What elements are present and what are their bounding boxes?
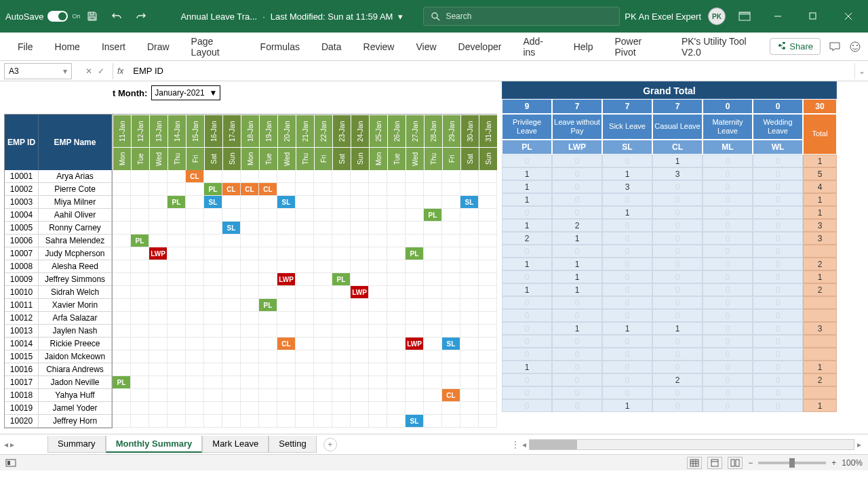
calendar-cell[interactable] — [222, 247, 241, 260]
calendar-cell[interactable] — [113, 402, 131, 415]
calendar-cell[interactable] — [332, 260, 351, 273]
gt-data-cell[interactable]: 0 — [703, 296, 753, 309]
calendar-cell[interactable] — [186, 350, 204, 363]
calendar-cell[interactable] — [314, 376, 332, 389]
calendar-cell[interactable] — [387, 415, 406, 428]
calendar-cell[interactable] — [113, 312, 131, 325]
calendar-cell[interactable] — [277, 299, 296, 312]
gt-row-total[interactable] — [803, 296, 837, 309]
gt-data-cell[interactable]: 1 — [552, 258, 602, 270]
gt-data-cell[interactable]: 0 — [502, 348, 552, 361]
calendar-cell[interactable] — [351, 389, 369, 402]
calendar-cell[interactable] — [387, 183, 406, 196]
calendar-cell[interactable] — [442, 273, 460, 286]
calendar-cell[interactable] — [369, 363, 387, 376]
calendar-cell[interactable] — [314, 196, 332, 209]
calendar-cell[interactable] — [167, 312, 186, 325]
calendar-cell[interactable] — [479, 286, 497, 299]
calendar-cell[interactable] — [424, 415, 442, 428]
calendar-cell[interactable] — [167, 350, 186, 363]
gt-data-cell[interactable]: 0 — [703, 219, 753, 232]
calendar-cell[interactable] — [277, 286, 296, 299]
calendar-cell[interactable] — [186, 338, 204, 350]
calendar-cell[interactable] — [460, 325, 479, 338]
calendar-cell[interactable]: SL — [277, 196, 296, 209]
zoom-in-button[interactable]: + — [831, 458, 836, 468]
gt-data-cell[interactable]: 0 — [652, 399, 703, 412]
calendar-cell[interactable] — [222, 402, 241, 415]
calendar-cell[interactable] — [113, 325, 131, 338]
calendar-cell[interactable] — [113, 273, 131, 286]
calendar-cell[interactable] — [442, 222, 460, 235]
calendar-cell[interactable] — [186, 273, 204, 286]
gt-data-cell[interactable]: 3 — [652, 167, 703, 180]
minimize-button[interactable] — [764, 7, 792, 26]
calendar-cell[interactable] — [406, 299, 424, 312]
gt-row-total[interactable]: 4 — [803, 180, 837, 193]
gt-data-cell[interactable]: 0 — [502, 335, 552, 348]
page-layout-view-button[interactable] — [707, 457, 722, 469]
calendar-cell[interactable] — [332, 389, 351, 402]
gt-data-cell[interactable]: 0 — [703, 180, 753, 193]
gt-data-cell[interactable]: 0 — [552, 373, 602, 386]
gt-data-cell[interactable]: 0 — [753, 167, 803, 180]
gt-row-total[interactable]: 1 — [803, 155, 837, 167]
avatar[interactable]: PK — [708, 7, 726, 25]
redo-icon[interactable] — [133, 8, 149, 24]
calendar-cell[interactable] — [369, 170, 387, 183]
table-row[interactable]: 10011Xavier Morin — [5, 299, 112, 312]
gt-data-cell[interactable]: 0 — [652, 335, 703, 348]
calendar-cell[interactable] — [149, 222, 167, 235]
calendar-cell[interactable] — [479, 402, 497, 415]
gt-data-cell[interactable]: 2 — [652, 373, 703, 386]
calendar-cell[interactable] — [167, 325, 186, 338]
calendar-cell[interactable] — [277, 350, 296, 363]
calendar-cell[interactable] — [113, 196, 131, 209]
calendar-cell[interactable] — [479, 363, 497, 376]
gt-row-total[interactable]: 3 — [803, 322, 837, 335]
table-row[interactable]: 10014Rickie Preece — [5, 338, 112, 350]
calendar-cell[interactable] — [204, 338, 222, 350]
calendar-cell[interactable] — [186, 402, 204, 415]
calendar-cell[interactable] — [351, 247, 369, 260]
calendar-cell[interactable] — [351, 415, 369, 428]
calendar-cell[interactable]: PL — [167, 196, 186, 209]
gt-row-total[interactable]: 1 — [803, 193, 837, 206]
gt-data-cell[interactable]: 0 — [602, 193, 652, 206]
calendar-cell[interactable] — [186, 260, 204, 273]
calendar-cell[interactable] — [314, 312, 332, 325]
calendar-cell[interactable] — [296, 299, 314, 312]
zoom-level[interactable]: 100% — [842, 458, 863, 468]
calendar-cell[interactable] — [479, 350, 497, 363]
gt-data-cell[interactable]: 1 — [602, 206, 652, 219]
gt-data-cell[interactable]: 0 — [753, 245, 803, 258]
zoom-out-button[interactable]: − — [748, 458, 753, 468]
gt-data-cell[interactable]: 0 — [552, 167, 602, 180]
calendar-cell[interactable] — [442, 247, 460, 260]
calendar-cell[interactable] — [131, 209, 149, 222]
calendar-cell[interactable] — [479, 325, 497, 338]
calendar-cell[interactable] — [149, 209, 167, 222]
calendar-cell[interactable] — [314, 260, 332, 273]
calendar-cell[interactable] — [460, 402, 479, 415]
calendar-cell[interactable] — [314, 363, 332, 376]
gt-data-cell[interactable]: 0 — [753, 335, 803, 348]
calendar-cell[interactable] — [479, 299, 497, 312]
calendar-cell[interactable] — [113, 299, 131, 312]
calendar-cell[interactable] — [222, 363, 241, 376]
calendar-cell[interactable] — [369, 273, 387, 286]
gt-data-cell[interactable]: 0 — [552, 245, 602, 258]
ribbon-tab[interactable]: Home — [44, 33, 91, 60]
gt-data-cell[interactable]: 1 — [602, 322, 652, 335]
calendar-cell[interactable]: CL — [222, 183, 241, 196]
gt-data-cell[interactable]: 0 — [602, 219, 652, 232]
calendar-cell[interactable] — [204, 312, 222, 325]
table-row[interactable]: 10020Jeffrey Horn — [5, 415, 112, 428]
calendar-cell[interactable] — [186, 247, 204, 260]
calendar-cell[interactable] — [387, 209, 406, 222]
calendar-cell[interactable] — [149, 376, 167, 389]
calendar-cell[interactable] — [241, 235, 259, 247]
calendar-cell[interactable] — [424, 299, 442, 312]
calendar-cell[interactable] — [460, 312, 479, 325]
calendar-cell[interactable]: LWP — [149, 247, 167, 260]
